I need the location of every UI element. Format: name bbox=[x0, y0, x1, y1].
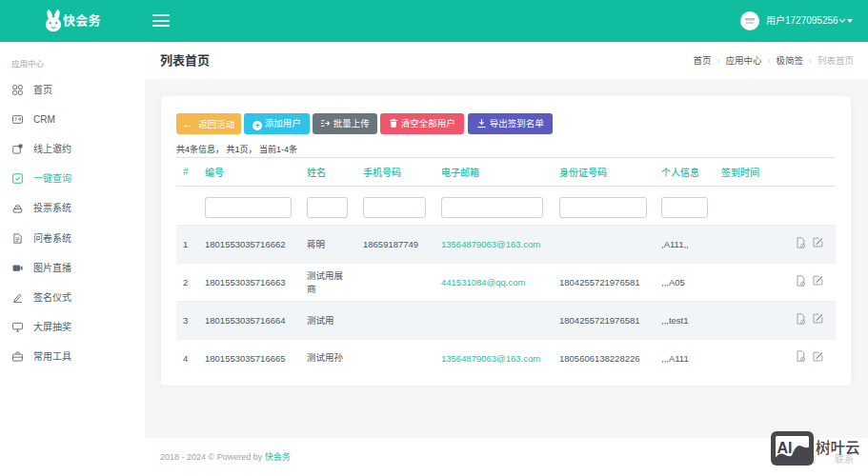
svg-text:树叶云: 树叶云 bbox=[816, 436, 860, 457]
svg-text:AI: AI bbox=[777, 440, 793, 456]
